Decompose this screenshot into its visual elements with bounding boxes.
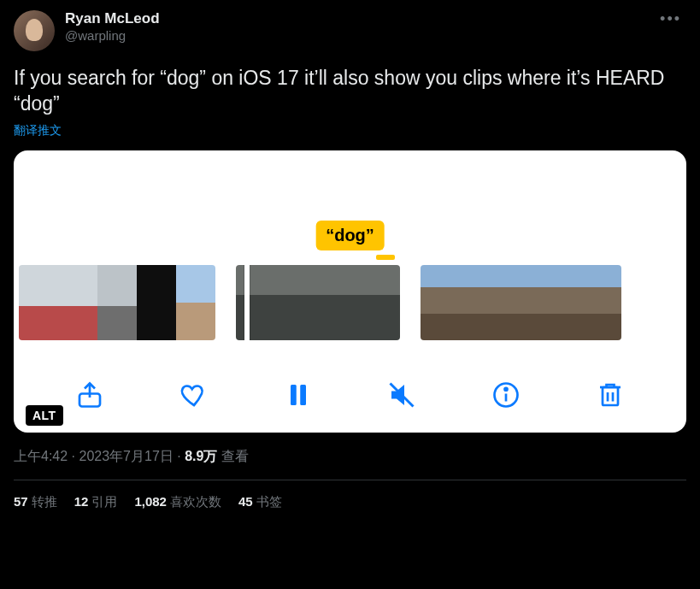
clip-group[interactable] (421, 265, 621, 340)
delete-button[interactable] (593, 378, 627, 412)
tweet: Ryan McLeod @warpling ••• If you search … (0, 0, 700, 510)
share-button[interactable] (73, 378, 107, 412)
playhead[interactable] (244, 265, 250, 340)
more-options-button[interactable]: ••• (655, 10, 686, 27)
views-count: 8.9万 (185, 449, 217, 463)
mute-button[interactable] (385, 378, 419, 412)
date: 2023年7月17日 (79, 449, 173, 463)
thumbnail-frame (19, 265, 58, 340)
avatar[interactable] (14, 10, 55, 51)
share-icon (74, 380, 105, 410)
thumbnail-frame (501, 265, 541, 340)
tweet-meta[interactable]: 上午4:42 · 2023年7月17日 · 8.9万 查看 (14, 448, 686, 466)
likes-stat[interactable]: 1,082喜欢次数 (134, 494, 221, 510)
pause-icon (283, 380, 314, 410)
thumbnail-frame (236, 265, 277, 340)
media-toolbar (14, 378, 686, 412)
video-timeline[interactable] (14, 265, 686, 340)
bookmarks-stat[interactable]: 45书签 (238, 494, 282, 510)
heart-icon (179, 380, 209, 410)
media-card[interactable]: “dog” (14, 150, 686, 433)
alt-badge[interactable]: ALT (26, 405, 63, 426)
handle: @warpling (65, 27, 655, 44)
thumbnail-frame (58, 265, 97, 340)
tweet-header: Ryan McLeod @warpling ••• (14, 10, 686, 51)
favorite-button[interactable] (177, 378, 211, 412)
thumbnail-frame (461, 265, 501, 340)
marker-tick (376, 255, 395, 260)
views-label: 查看 (217, 449, 248, 463)
info-button[interactable] (489, 378, 523, 412)
svg-point-6 (505, 388, 508, 391)
thumbnail-frame (137, 265, 176, 340)
search-term-label: “dog” (315, 221, 385, 250)
tweet-text: If you search for “dog” on iOS 17 it’ll … (14, 65, 686, 116)
clip-group[interactable] (19, 265, 215, 340)
quotes-stat[interactable]: 12引用 (74, 494, 118, 510)
translate-link[interactable]: 翻译推文 (14, 123, 686, 138)
thumbnail-frame (318, 265, 359, 340)
stats-row: 57转推 12引用 1,082喜欢次数 45书签 (14, 480, 686, 510)
time: 上午4:42 (14, 449, 68, 463)
info-icon (491, 380, 521, 410)
svg-rect-7 (603, 387, 618, 405)
thumbnail-frame (277, 265, 318, 340)
retweets-stat[interactable]: 57转推 (14, 494, 57, 510)
svg-rect-2 (300, 385, 306, 405)
thumbnail-frame (541, 265, 581, 340)
thumbnail-frame (421, 265, 461, 340)
thumbnail-frame (581, 265, 621, 340)
mute-icon (386, 380, 417, 410)
thumbnail-frame (97, 265, 137, 340)
svg-rect-1 (291, 385, 297, 405)
trash-icon (595, 380, 626, 410)
thumbnail-frame (359, 265, 400, 340)
clip-group-active[interactable] (236, 265, 400, 340)
thumbnail-frame (176, 265, 215, 340)
pause-button[interactable] (281, 378, 315, 412)
display-name: Ryan McLeod (65, 10, 655, 27)
author-block[interactable]: Ryan McLeod @warpling (65, 10, 655, 44)
